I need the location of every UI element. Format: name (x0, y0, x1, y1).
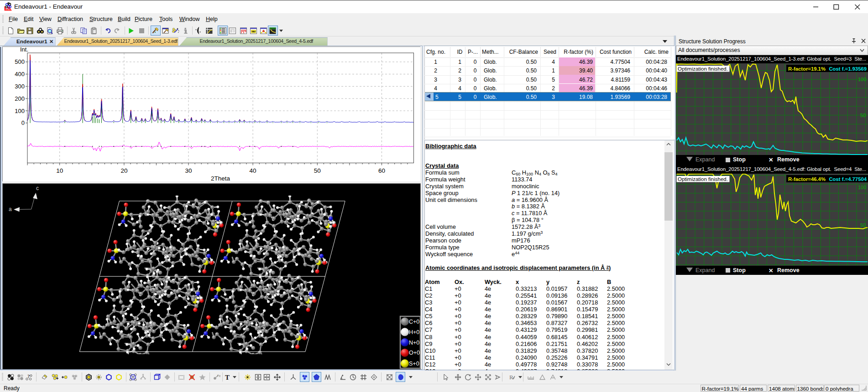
svg-text:50: 50 (860, 222, 866, 228)
svg-text:400: 400 (15, 71, 25, 77)
svg-text:Cost f.=4.77504: Cost f.=4.77504 (829, 176, 867, 181)
svg-text:R-factor=46.4%: R-factor=46.4% (788, 176, 826, 181)
svg-text:Optimization finished.: Optimization finished. (678, 176, 728, 181)
svg-text:T: T (225, 374, 230, 381)
svg-text:Optimization finished.: Optimization finished. (678, 66, 728, 71)
svg-text:R-factor=19.1%: R-factor=19.1% (788, 66, 826, 71)
svg-text:30: 30 (185, 167, 192, 174)
svg-text:N+0: N+0 (409, 339, 419, 346)
svg-text:60: 60 (378, 167, 385, 174)
svg-text:c: c (36, 185, 39, 191)
svg-text:50: 50 (860, 113, 866, 118)
svg-text:0: 0 (21, 119, 24, 126)
svg-text:2Theta: 2Theta (210, 175, 230, 181)
svg-text:H+0: H+0 (409, 329, 419, 335)
svg-text:R: R (509, 374, 513, 381)
svg-text:500: 500 (15, 58, 25, 65)
svg-text:40: 40 (249, 167, 256, 174)
svg-text:Int.: Int. (20, 47, 28, 53)
svg-text:50: 50 (314, 167, 320, 174)
svg-text:S+0: S+0 (409, 360, 419, 366)
svg-text:Cost f.=1.93569: Cost f.=1.93569 (829, 66, 867, 71)
svg-text:300: 300 (15, 83, 25, 89)
svg-text:100: 100 (858, 185, 866, 190)
svg-text:10: 10 (56, 167, 63, 174)
svg-text:20: 20 (120, 167, 127, 174)
svg-text:Fe: Fe (217, 374, 220, 377)
svg-text:200: 200 (15, 95, 25, 102)
svg-text:100: 100 (15, 107, 25, 114)
svg-text:?: ? (27, 373, 30, 379)
svg-text:a: a (9, 206, 12, 212)
svg-text:100: 100 (858, 76, 866, 82)
svg-text:hkl: hkl (251, 30, 256, 33)
svg-text:C+0: C+0 (409, 319, 419, 325)
svg-text:O+0: O+0 (409, 350, 420, 356)
